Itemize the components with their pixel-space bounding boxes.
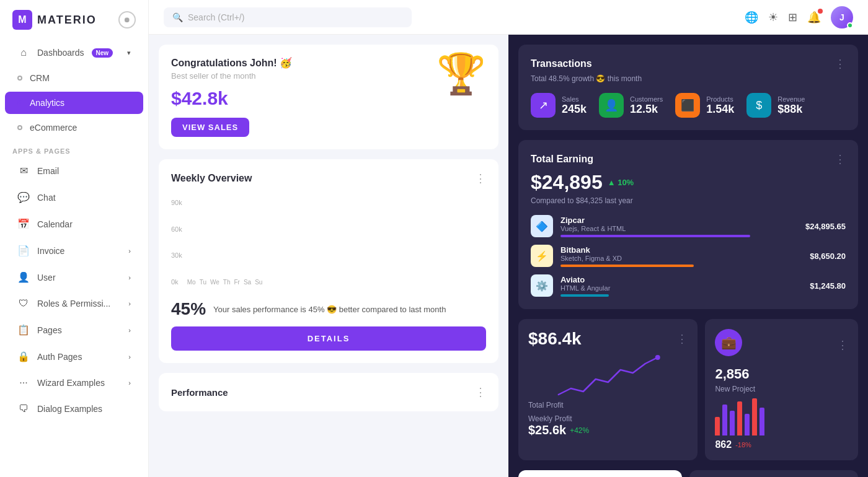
- project-more-icon[interactable]: ⋮: [837, 338, 848, 352]
- email-icon: ✉: [17, 165, 30, 177]
- sidebar-item-invoice[interactable]: 📄 Invoice ›: [5, 239, 143, 263]
- wizard-icon: ···: [17, 377, 30, 388]
- sidebar-item-label: Chat: [37, 193, 56, 203]
- sidebar-logo-area: M MATERIO ⏺: [0, 0, 148, 40]
- stat-products-info: Products 1.54k: [706, 95, 734, 116]
- view-sales-button[interactable]: VIEW SALES: [171, 118, 249, 137]
- sidebar-item-wizard[interactable]: ··· Wizard Examples ›: [5, 371, 143, 395]
- sidebar-item-label: Pages: [37, 325, 62, 335]
- chevron-icon: ›: [128, 353, 131, 361]
- zipcar-info: Zipcar Vuejs, React & HTML: [560, 216, 798, 237]
- project-value: 2,856: [715, 366, 848, 382]
- new-badge: New: [92, 48, 113, 58]
- earning-header: Total Earning ⋮: [531, 152, 846, 166]
- weekly-footer: 45% Your sales performance is 45% 😎 bett…: [171, 299, 486, 319]
- chevron-icon: ▾: [127, 49, 131, 57]
- sidebar-item-label: Wizard Examples: [37, 378, 105, 388]
- stat-revenue: $ Revenue $88k: [746, 93, 805, 118]
- performance-more-icon[interactable]: ⋮: [475, 385, 486, 399]
- bar-fr: Fr: [234, 278, 239, 286]
- grid-icon[interactable]: ⊞: [788, 11, 797, 24]
- products-icon: ⬛: [675, 93, 700, 118]
- shield-icon: 🛡: [17, 298, 30, 309]
- sidebar-item-auth[interactable]: 🔒 Auth Pages ›: [5, 344, 143, 369]
- bitbank-icon: ⚡: [531, 245, 553, 267]
- transactions-card: Transactions ⋮ Total 48.5% growth 😎 this…: [518, 45, 858, 130]
- bitbank-amount: $8,650.20: [810, 252, 846, 261]
- details-button[interactable]: DETAILS: [171, 326, 486, 351]
- record-icon[interactable]: ⏺: [118, 11, 136, 28]
- search-bar[interactable]: 🔍 Search (Ctrl+/): [164, 7, 412, 27]
- congrats-card: Congratulations John! 🥳 Best seller of t…: [159, 45, 498, 149]
- translate-icon[interactable]: 🌐: [745, 11, 758, 24]
- sidebar-item-label: Calendar: [37, 219, 73, 229]
- trophy-emoji: 🏆: [436, 51, 486, 97]
- sidebar-item-dialog[interactable]: 🗨 Dialog Examples: [5, 397, 143, 421]
- stat-products: ⬛ Products 1.54k: [675, 93, 734, 118]
- stat-sales: ↗ Sales 245k: [531, 93, 587, 118]
- tech-logos-card: N TS JS: [518, 470, 682, 477]
- project-sub-value: 862: [715, 439, 732, 450]
- earning-title: Total Earning: [531, 154, 593, 165]
- sidebar-item-user[interactable]: 👤 User ›: [5, 265, 143, 289]
- sidebar-item-dashboards[interactable]: ⌂ Dashboards New ▾: [5, 41, 143, 64]
- lock-icon: 🔒: [17, 351, 30, 362]
- invoice-icon: 📄: [17, 245, 30, 256]
- avatar[interactable]: J: [831, 6, 853, 28]
- earning-item-bitbank: ⚡ Bitbank Sketch, Figma & XD $8,650.20: [531, 245, 846, 267]
- circle-icon: [17, 100, 22, 105]
- profit-title: Total Profit: [528, 401, 688, 409]
- sidebar-item-analytics[interactable]: Analytics: [5, 92, 143, 114]
- app-name: MATERIO: [37, 14, 97, 27]
- search-icon: 🔍: [172, 12, 183, 22]
- bitbank-bar: [560, 265, 694, 267]
- sidebar-item-roles[interactable]: 🛡 Roles & Permissi... ›: [5, 292, 143, 315]
- sidebar-item-label: Auth Pages: [37, 352, 82, 362]
- sidebar-item-pages[interactable]: 📋 Pages ›: [5, 318, 143, 342]
- stat-revenue-info: Revenue $88k: [777, 95, 805, 116]
- sidebar-item-label: Invoice: [37, 246, 64, 256]
- bar-chart: Mo Tu We Th: [187, 193, 263, 292]
- sidebar-item-chat[interactable]: 💬 Chat: [5, 185, 143, 209]
- performance-header: Performance ⋮: [171, 385, 486, 399]
- section-label: APPS & PAGES: [0, 140, 148, 157]
- theme-icon[interactable]: ☀: [768, 11, 778, 24]
- sidebar-item-crm[interactable]: CRM: [5, 67, 143, 89]
- right-row-profit: $86.4k ⋮ Total Profit Weekly Profit: [518, 319, 858, 460]
- transactions-more-icon[interactable]: ⋮: [835, 57, 846, 71]
- stat-sales-info: Sales 245k: [562, 95, 587, 116]
- bar-mo: Mo: [187, 278, 196, 286]
- aviato-icon: ⚙️: [531, 274, 553, 297]
- new-project-card: 💼 ⋮ 2,856 New Project: [705, 319, 858, 460]
- earning-list: 🔷 Zipcar Vuejs, React & HTML $24,895.65 …: [531, 215, 846, 297]
- sidebar-item-label: eCommerce: [30, 123, 77, 133]
- weekly-profit-label: Weekly Profit: [528, 414, 589, 423]
- sidebar-item-ecommerce[interactable]: eCommerce: [5, 116, 143, 139]
- sidebar-item-calendar[interactable]: 📅 Calendar: [5, 212, 143, 236]
- right-row-bottom: N TS JS: [518, 470, 858, 477]
- aviato-bar: [560, 294, 609, 297]
- header: 🔍 Search (Ctrl+/) 🌐 ☀ ⊞ 🔔 J: [149, 0, 868, 35]
- logo-icon: M: [12, 10, 32, 30]
- stat-customers-info: Customers 12.5k: [630, 95, 663, 116]
- weekly-profit-pct: +42%: [570, 426, 589, 435]
- dashboard-right: Transactions ⋮ Total 48.5% growth 😎 this…: [508, 35, 868, 477]
- aviato-info: Aviato HTML & Angular: [560, 275, 802, 297]
- earning-growth-pct: ▲ 10%: [608, 178, 634, 187]
- online-status-dot: [847, 22, 853, 28]
- chat-icon: 💬: [17, 191, 30, 203]
- project-label: New Project: [715, 385, 848, 393]
- notifications-icon[interactable]: 🔔: [807, 11, 821, 24]
- earning-more-icon[interactable]: ⋮: [835, 152, 846, 166]
- transactions-subtitle: Total 48.5% growth 😎 this month: [531, 74, 846, 83]
- project-icon: 💼: [715, 329, 742, 356]
- zipcar-bar: [560, 235, 750, 237]
- sidebar-item-email[interactable]: ✉ Email: [5, 159, 143, 183]
- circle-icon: [17, 76, 22, 81]
- home-icon: ⌂: [17, 47, 30, 58]
- sidebar-item-label: Email: [37, 166, 59, 176]
- weekly-more-icon[interactable]: ⋮: [475, 172, 486, 185]
- sidebar-item-label: Dialog Examples: [37, 404, 102, 414]
- profit-more-icon[interactable]: ⋮: [676, 332, 688, 346]
- chevron-icon: ›: [128, 326, 131, 334]
